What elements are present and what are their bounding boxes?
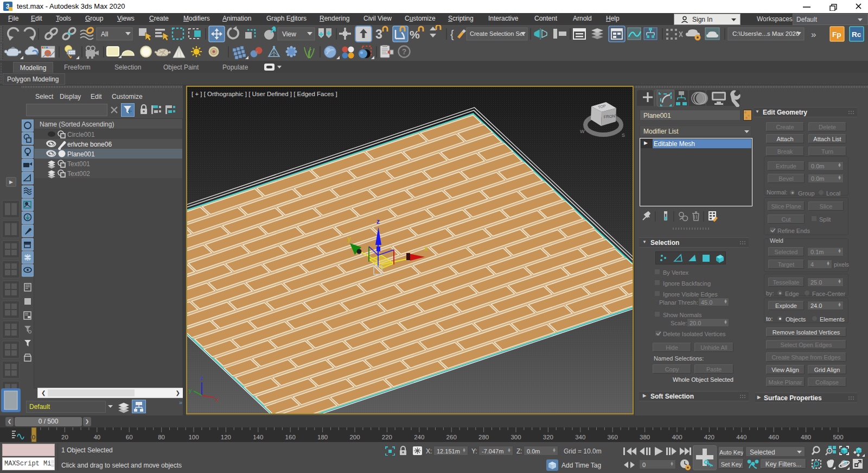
svg-text:x: x [215, 396, 218, 402]
svg-text:280: 280 [478, 434, 489, 440]
svg-text:400: 400 [672, 434, 682, 440]
svg-text:480: 480 [801, 434, 811, 440]
svg-text:100: 100 [188, 434, 199, 440]
svg-text:?: ? [402, 47, 407, 56]
svg-text:»: » [811, 29, 816, 40]
svg-text:Fp: Fp [832, 30, 841, 39]
svg-text:y: y [347, 235, 351, 243]
svg-text:20: 20 [61, 434, 68, 440]
svg-text:380: 380 [640, 434, 650, 440]
svg-text:40: 40 [93, 434, 100, 440]
svg-text:240: 240 [414, 434, 424, 440]
svg-text:320: 320 [543, 434, 553, 440]
svg-text:Rc: Rc [852, 30, 861, 39]
svg-text:S: S [622, 133, 625, 138]
svg-text:x: x [424, 245, 428, 253]
svg-text:200: 200 [349, 434, 360, 440]
svg-text:220: 220 [382, 434, 392, 440]
svg-text:420: 420 [704, 434, 714, 440]
svg-text:0: 0 [32, 434, 35, 440]
svg-text:300: 300 [510, 434, 521, 440]
svg-text:All: All [101, 30, 108, 38]
svg-text:60: 60 [126, 434, 133, 440]
svg-text:440: 440 [736, 434, 746, 440]
svg-text:{: { [450, 28, 454, 40]
svg-text:z: z [200, 375, 203, 381]
svg-text:120: 120 [221, 434, 231, 440]
svg-text:260: 260 [446, 434, 457, 440]
svg-text:360: 360 [608, 434, 618, 440]
svg-text:460: 460 [769, 434, 779, 440]
svg-text:80: 80 [158, 434, 165, 440]
svg-text:3: 3 [375, 27, 382, 41]
svg-text:500: 500 [833, 434, 843, 440]
svg-text:Create Selection Set: Create Selection Set [470, 30, 525, 37]
svg-text:[ + ] [ Orthographic ] [ User: [ + ] [ Orthographic ] [ User Defined ] … [192, 91, 337, 97]
svg-text:140: 140 [253, 434, 263, 440]
svg-text:160: 160 [285, 434, 296, 440]
svg-text:View: View [282, 30, 296, 38]
svg-text:z: z [376, 218, 380, 225]
svg-text:340: 340 [575, 434, 585, 440]
svg-text:y: y [189, 388, 192, 394]
svg-text:W: W [580, 129, 585, 134]
svg-text:180: 180 [317, 434, 328, 440]
svg-text:C:\Users\e...s Max 2020: C:\Users\e...s Max 2020 [732, 30, 799, 37]
